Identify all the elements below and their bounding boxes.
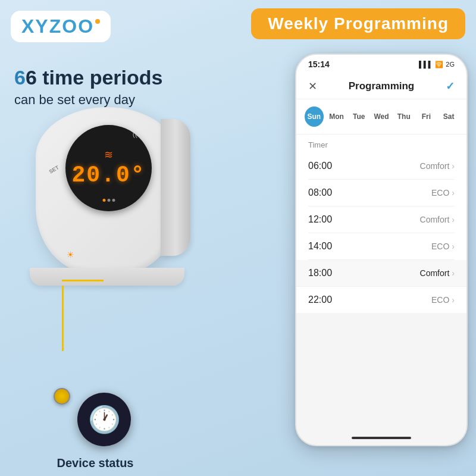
signal-icon: ▌▌▌ — [419, 61, 433, 68]
logo-container: XYZOO — [11, 11, 111, 42]
schedule-row-1800[interactable]: 18:00 Comfort › — [296, 260, 466, 287]
arrow-2200: › — [452, 295, 455, 305]
programming-title: Programming — [349, 80, 415, 92]
thermostat-base — [30, 268, 184, 286]
arrow-1200: › — [452, 215, 455, 224]
arrow-0600: › — [452, 161, 455, 171]
day-tab-fri[interactable]: Fri — [417, 107, 436, 127]
dot3 — [112, 199, 115, 202]
time-2200: 22:00 — [308, 295, 332, 305]
confirm-button[interactable]: ✓ — [446, 80, 455, 93]
phone-status-bar: 15:14 ▌▌▌ 🛜 2G — [296, 55, 466, 74]
mode-right-0800: ECO › — [431, 188, 455, 198]
day-tab-wed[interactable]: Wed — [372, 107, 391, 127]
day-tab-thu[interactable]: Thu — [394, 107, 414, 127]
timer-section: Timer 06:00 Comfort › 08:00 ECO › 12:00 … — [296, 134, 466, 313]
connector-line-vertical — [62, 286, 64, 351]
phone-mockup: 15:14 ▌▌▌ 🛜 2G ✕ Programming ✓ Sun Mon T… — [295, 54, 468, 446]
schedule-row-0600[interactable]: 06:00 Comfort › — [308, 153, 455, 180]
arrow-1400: › — [452, 242, 455, 251]
day-tab-mon[interactable]: Mon — [327, 107, 346, 127]
device-status-label: Device status — [48, 456, 143, 470]
time-0600: 06:00 — [308, 161, 332, 171]
temperature-display: 20.0° — [71, 162, 145, 188]
mode-label-0600: Comfort — [420, 161, 450, 171]
schedule-row-2200[interactable]: 22:00 ECO › — [308, 287, 455, 313]
time-0800: 08:00 — [308, 187, 332, 198]
thermostat-knob — [161, 119, 190, 256]
clock-circle: 🕐 — [77, 393, 131, 446]
mode-right-1800: Comfort › — [420, 268, 455, 278]
timer-label: Timer — [308, 134, 455, 153]
dot2 — [107, 199, 110, 202]
clock-icon: 🕐 — [88, 404, 121, 435]
day-tab-tue[interactable]: Tue — [349, 107, 368, 127]
sun-icon: ☀ — [67, 250, 74, 259]
schedule-row-1400[interactable]: 14:00 ECO › — [308, 233, 455, 260]
status-icons: ▌▌▌ 🛜 2G — [419, 61, 455, 68]
status-time: 15:14 — [308, 60, 330, 69]
mode-right-2200: ECO › — [431, 295, 455, 305]
time-1800: 18:00 — [308, 268, 332, 278]
thermostat-body: ((•)) ≋ 20.0° SET ☀ — [36, 107, 178, 274]
schedule-row-1200[interactable]: 12:00 Comfort › — [308, 206, 455, 233]
status-button[interactable] — [54, 388, 70, 405]
network-type-icon: 2G — [446, 61, 455, 68]
day-tabs: Sun Mon Tue Wed Thu Fri Sat — [296, 99, 466, 134]
mode-right-1400: ECO › — [431, 242, 455, 251]
mode-label-1200: Comfort — [420, 215, 450, 224]
phone-home-bar — [352, 437, 411, 439]
phone-header: ✕ Programming ✓ — [296, 74, 466, 99]
thermostat-display: ((•)) ≋ 20.0° — [65, 125, 152, 211]
mode-label-1800: Comfort — [420, 268, 450, 278]
day-tab-sat[interactable]: Sat — [439, 107, 458, 127]
feature-line1-suffix: 6 time periods — [26, 66, 163, 89]
device-area: ((•)) ≋ 20.0° SET ☀ — [0, 95, 250, 428]
schedule-row-0800[interactable]: 08:00 ECO › — [308, 180, 455, 206]
mode-label-1400: ECO — [431, 242, 449, 251]
number-highlight: 6 — [14, 66, 26, 89]
thermostat-device: ((•)) ≋ 20.0° SET ☀ — [24, 107, 190, 309]
arrow-0800: › — [452, 188, 455, 198]
connector-line-horizontal — [62, 280, 104, 281]
logo-dot — [95, 19, 100, 24]
mode-label-2200: ECO — [431, 295, 449, 305]
arrow-1800: › — [452, 268, 455, 278]
time-1400: 14:00 — [308, 241, 332, 252]
mode-right-0600: Comfort › — [420, 161, 455, 171]
feature-headline: 66 time periods — [14, 65, 162, 90]
set-label: SET — [48, 164, 60, 174]
logo-text: XYZOO — [21, 15, 94, 37]
weekly-programming-badge: Weekly Programming — [251, 8, 465, 39]
wifi-signal-icon: 🛜 — [435, 61, 443, 68]
status-indicator — [54, 388, 70, 405]
close-button[interactable]: ✕ — [308, 80, 317, 93]
wifi-icon: ((•)) — [133, 130, 145, 138]
dot-indicator — [102, 199, 115, 202]
dot1 — [102, 199, 105, 202]
day-tab-sun[interactable]: Sun — [305, 107, 324, 127]
heat-icon: ≋ — [104, 148, 113, 161]
time-1200: 12:00 — [308, 214, 332, 225]
mode-label-0800: ECO — [431, 188, 449, 198]
weekly-programming-label: Weekly Programming — [268, 14, 449, 33]
mode-right-1200: Comfort › — [420, 215, 455, 224]
